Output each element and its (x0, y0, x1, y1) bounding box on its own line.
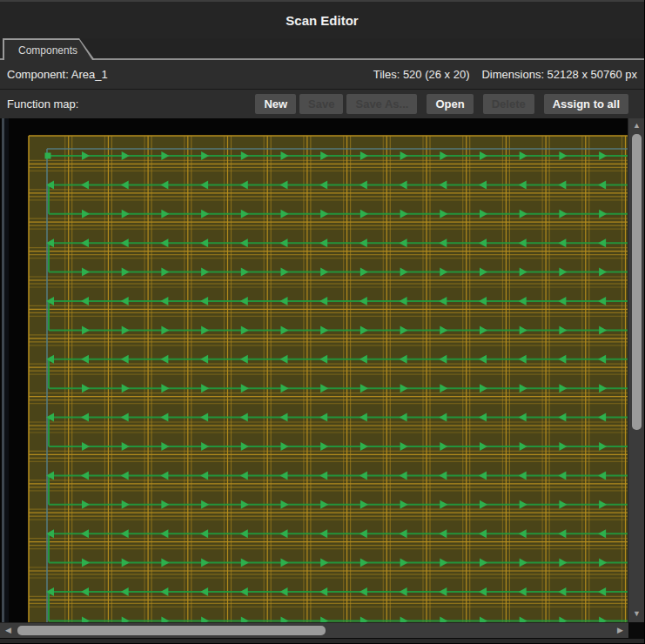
dimensions-label: Dimensions: 52128 x 50760 px (481, 68, 637, 81)
scroll-right-icon[interactable]: ▶ (617, 627, 623, 634)
component-info-bar: Component: Area_1 Tiles: 520 (26 x 20) D… (0, 60, 644, 90)
delete-button[interactable]: Delete (483, 94, 534, 114)
tiles-count-label: Tiles: 520 (26 x 20) (373, 68, 470, 81)
scrollbar-corner (628, 622, 645, 638)
save-as-button[interactable]: Save As... (346, 94, 417, 114)
title-bar: Scan Editor (0, 0, 644, 38)
tab-strip: Components (0, 38, 644, 60)
scroll-up-icon[interactable]: ▲ (633, 122, 641, 130)
vertical-scrollbar[interactable]: ▲ ▼ (628, 118, 644, 622)
scan-map-canvas[interactable] (9, 118, 628, 622)
tab-components[interactable]: Components (3, 38, 95, 60)
component-name-label: Component: Area_1 (7, 68, 108, 81)
page-title: Scan Editor (286, 13, 358, 28)
vertical-scrollbar-thumb[interactable] (632, 134, 642, 430)
save-button[interactable]: Save (299, 94, 343, 114)
new-button[interactable]: New (255, 94, 296, 114)
horizontal-scrollbar[interactable]: ◀ ▶ (0, 622, 628, 638)
tab-strip-divider (0, 58, 644, 60)
scan-map-viewport: ▲ ▼ ◀ ▶ (0, 118, 644, 643)
assign-to-all-button[interactable]: Assign to all (544, 94, 628, 114)
scan-editor-window: Scan Editor Components Component: Area_1… (0, 0, 645, 644)
tab-components-label: Components (18, 44, 77, 57)
scroll-down-icon[interactable]: ▼ (633, 610, 641, 618)
scroll-left-icon[interactable]: ◀ (5, 627, 11, 634)
open-button[interactable]: Open (427, 94, 473, 114)
bottom-edge (0, 638, 645, 643)
function-map-label: Function map: (7, 97, 78, 111)
horizontal-scrollbar-thumb[interactable] (17, 626, 326, 635)
function-map-bar: Function map: New Save Save As... Open D… (0, 90, 644, 118)
